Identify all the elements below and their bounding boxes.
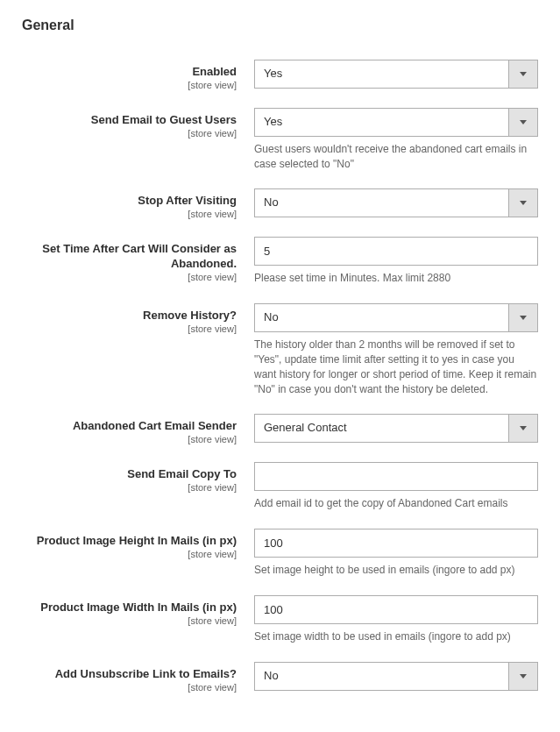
scope-label: [store view] [22, 209, 237, 219]
chevron-down-icon [520, 201, 527, 205]
label-col: Abandoned Cart Email Sender [store view] [22, 414, 254, 444]
label-unsubscribe: Add Unsubscribe Link to Emails? [55, 667, 237, 680]
label-col: Add Unsubscribe Link to Emails? [store v… [22, 662, 254, 693]
label-stop-after: Stop After Visiting [138, 194, 237, 207]
control-col: No [254, 188, 538, 219]
label-col: Send Email Copy To [store view] [22, 462, 254, 511]
chevron-down-icon [520, 316, 527, 320]
scope-label: [store view] [22, 482, 237, 493]
input-set-time[interactable] [254, 237, 538, 266]
input-img-height[interactable] [254, 529, 538, 558]
input-img-width[interactable] [254, 595, 538, 624]
select-value: Yes [255, 109, 508, 136]
select-unsubscribe[interactable]: No [254, 662, 538, 691]
label-email-copy: Send Email Copy To [127, 467, 237, 480]
row-img-height: Product Image Height In Mails (in px) [s… [22, 529, 538, 578]
chevron-down-icon [520, 674, 527, 679]
section-title: General [22, 18, 538, 33]
label-email-sender: Abandoned Cart Email Sender [73, 419, 237, 432]
row-set-time: Set Time After Cart Will Consider as Aba… [22, 237, 538, 286]
dropdown-button[interactable] [508, 304, 537, 331]
control-col: No The history older than 2 months will … [254, 303, 538, 396]
row-unsubscribe: Add Unsubscribe Link to Emails? [store v… [22, 662, 538, 693]
select-value: No [255, 663, 508, 690]
row-email-sender: Abandoned Cart Email Sender [store view]… [22, 414, 538, 444]
help-img-width: Set image width to be used in emails (in… [254, 629, 538, 644]
input-email-copy[interactable] [254, 462, 538, 491]
help-remove-history: The history older than 2 months will be … [254, 338, 538, 396]
dropdown-button[interactable] [508, 60, 537, 88]
label-img-width: Product Image Width In Mails (in px) [40, 601, 237, 614]
dropdown-button[interactable] [508, 109, 537, 136]
select-enabled[interactable]: Yes [254, 60, 538, 89]
row-stop-after: Stop After Visiting [store view] No [22, 188, 538, 219]
chevron-down-icon [520, 72, 527, 76]
row-send-guest: Send Email to Guest Users [store view] Y… [22, 108, 538, 172]
label-enabled: Enabled [192, 65, 237, 78]
label-col: Remove History? [store view] [22, 303, 254, 396]
scope-label: [store view] [22, 128, 237, 139]
row-enabled: Enabled [store view] Yes [22, 60, 538, 90]
control-col: Please set time in Minutes. Max limit 28… [254, 237, 538, 286]
select-value: Yes [255, 60, 508, 88]
control-col: Set image width to be used in emails (in… [254, 595, 538, 644]
label-col: Product Image Height In Mails (in px) [s… [22, 529, 254, 578]
row-img-width: Product Image Width In Mails (in px) [st… [22, 595, 538, 644]
select-value: No [255, 304, 508, 331]
dropdown-button[interactable] [508, 663, 537, 690]
select-value: General Contact [255, 415, 508, 442]
control-col: Set image height to be used in emails (i… [254, 529, 538, 578]
scope-label: [store view] [22, 549, 237, 559]
control-col: Add email id to get the copy of Abandone… [254, 462, 538, 511]
scope-label: [store view] [22, 323, 237, 334]
chevron-down-icon [520, 426, 527, 430]
select-remove-history[interactable]: No [254, 303, 538, 332]
control-col: Yes Guest users wouldn't receive the aba… [254, 108, 538, 172]
label-col: Set Time After Cart Will Consider as Aba… [22, 237, 254, 286]
label-col: Send Email to Guest Users [store view] [22, 108, 254, 172]
control-col: General Contact [254, 414, 538, 444]
dropdown-button[interactable] [508, 189, 537, 217]
select-stop-after[interactable]: No [254, 188, 538, 217]
label-col: Stop After Visiting [store view] [22, 188, 254, 219]
scope-label: [store view] [22, 272, 237, 282]
label-remove-history: Remove History? [143, 309, 237, 322]
select-value: No [255, 189, 508, 217]
scope-label: [store view] [22, 80, 237, 90]
label-col: Enabled [store view] [22, 60, 254, 90]
scope-label: [store view] [22, 434, 237, 444]
select-send-guest[interactable]: Yes [254, 108, 538, 137]
help-set-time: Please set time in Minutes. Max limit 28… [254, 271, 538, 286]
help-send-guest: Guest users wouldn't receive the abandon… [254, 142, 538, 172]
scope-label: [store view] [22, 682, 237, 693]
label-img-height: Product Image Height In Mails (in px) [37, 534, 237, 547]
row-remove-history: Remove History? [store view] No The hist… [22, 303, 538, 396]
chevron-down-icon [520, 120, 527, 124]
label-col: Product Image Width In Mails (in px) [st… [22, 595, 254, 644]
label-send-guest: Send Email to Guest Users [91, 113, 237, 126]
scope-label: [store view] [22, 615, 237, 626]
row-email-copy: Send Email Copy To [store view] Add emai… [22, 462, 538, 511]
help-img-height: Set image height to be used in emails (i… [254, 563, 538, 578]
dropdown-button[interactable] [508, 415, 537, 442]
label-set-time: Set Time After Cart Will Consider as Aba… [42, 242, 237, 270]
select-email-sender[interactable]: General Contact [254, 414, 538, 443]
control-col: Yes [254, 60, 538, 90]
control-col: No [254, 662, 538, 693]
help-email-copy: Add email id to get the copy of Abandone… [254, 496, 538, 511]
